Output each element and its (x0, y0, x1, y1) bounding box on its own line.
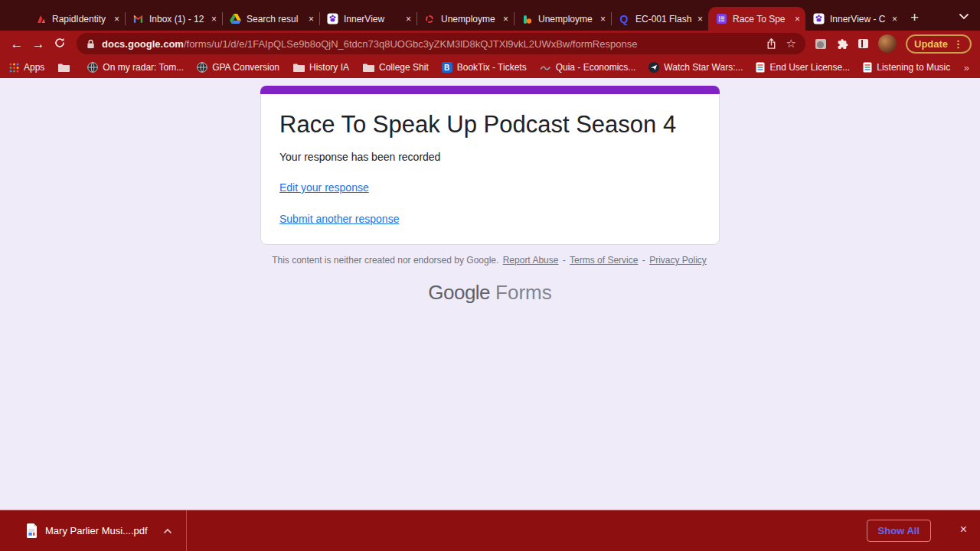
tab-label: RapidIdentity (52, 14, 111, 24)
close-icon[interactable]: × (600, 15, 606, 24)
tab-label: Search resul (247, 14, 305, 24)
privacy-policy-link[interactable]: Privacy Policy (649, 255, 707, 266)
bookmark-label: End User License... (769, 62, 850, 73)
back-button[interactable]: ← (6, 37, 28, 51)
folder-icon (57, 63, 70, 73)
quizlet-icon: Q (618, 13, 630, 25)
extension-photo-icon[interactable] (815, 39, 826, 49)
tab-ec001-flashcards[interactable]: Q EC-001 Flash × (611, 7, 708, 31)
paper-plane-circle-icon (648, 62, 659, 73)
gmail-icon (132, 13, 144, 25)
close-icon[interactable]: × (503, 15, 508, 24)
profile-avatar[interactable] (878, 34, 897, 53)
close-icon[interactable]: × (309, 15, 314, 24)
document-icon (863, 62, 872, 73)
url-path: /forms/u/1/d/e/1FAIpQLSe9b8oQjN_6tdcn73q… (184, 38, 637, 50)
bookmarks-overflow-icon[interactable]: » (964, 62, 969, 73)
form-response-page: Race To Speak Up Podcast Season 4 Your r… (0, 78, 980, 510)
close-icon[interactable]: × (211, 15, 217, 24)
google-forms-icon (715, 13, 727, 25)
footer-disclaimer: This content is neither created nor endo… (272, 255, 498, 266)
bookmark-label: College Shit (379, 62, 429, 73)
shelf-close-icon[interactable]: × (960, 523, 967, 536)
downloaded-file-name: Mary Parlier Musi....pdf (45, 525, 148, 536)
forward-button[interactable]: → (28, 37, 49, 51)
bookmark-history-ia[interactable]: History IA (292, 62, 349, 73)
close-icon[interactable]: × (697, 15, 703, 24)
bookmark-on-my-radar[interactable]: On my radar: Tom... (87, 62, 184, 73)
apps-grid-icon (9, 63, 19, 73)
tab-label: Unemployme (441, 14, 500, 24)
bookmark-label: Listening to Music (877, 62, 950, 73)
fred-dashed-circle-icon (423, 13, 436, 25)
logo-google-text: Google (428, 281, 490, 304)
downloaded-file-chip[interactable]: Mary Parlier Musi....pdf (26, 523, 172, 538)
bookmark-label: Apps (24, 62, 44, 73)
folder-icon (292, 63, 305, 73)
pdf-file-icon (26, 523, 38, 538)
extensions-puzzle-icon[interactable] (836, 38, 848, 50)
bookmark-quia[interactable]: Quia - Economics... (540, 62, 636, 73)
download-shelf: Mary Parlier Musi....pdf Show All × (0, 510, 980, 551)
shelf-divider (186, 510, 187, 551)
submit-another-response-link[interactable]: Submit another response (279, 213, 399, 225)
tab-innerview-2[interactable]: InnerView - C × (805, 7, 903, 31)
update-label: Update (914, 38, 948, 50)
tab-label: Inbox (1) - 12 (149, 14, 208, 24)
tab-label: EC-001 Flash (635, 14, 694, 24)
bookmark-label: BookTix - Tickets (457, 62, 527, 73)
bookmark-label: Watch Star Wars:... (664, 62, 743, 73)
globe-icon (87, 62, 98, 73)
folder-icon (362, 63, 374, 73)
update-button[interactable]: Update ⋮ (906, 34, 972, 54)
new-tab-button[interactable]: + (910, 10, 919, 24)
tab-label: Unemployme (538, 14, 597, 24)
tab-innerview[interactable]: InnerView × (319, 7, 416, 31)
tab-rapididentity[interactable]: RapidIdentity × (28, 7, 125, 31)
bookmark-booktix[interactable]: B BookTix - Tickets (442, 62, 527, 73)
close-icon[interactable]: × (795, 15, 800, 24)
report-abuse-link[interactable]: Report Abuse (503, 255, 559, 266)
bookmark-star-icon[interactable]: ☆ (786, 37, 796, 51)
tab-search-chevron-icon[interactable] (959, 9, 969, 23)
bookmark-watch-star-wars[interactable]: Watch Star Wars:... (648, 62, 743, 73)
close-icon[interactable]: × (114, 15, 119, 24)
close-icon[interactable]: × (406, 15, 411, 24)
share-icon[interactable] (766, 37, 777, 50)
address-bar[interactable]: docs.google.com/forms/u/1/d/e/1FAIpQLSe9… (77, 33, 805, 54)
reload-button[interactable] (49, 37, 70, 51)
url-text: docs.google.com/forms/u/1/d/e/1FAIpQLSe9… (102, 38, 756, 50)
booktix-icon: B (442, 62, 452, 73)
lock-icon (86, 38, 96, 50)
tab-search-results[interactable]: Search resul × (222, 7, 319, 31)
bookmark-end-user-license[interactable]: End User License... (756, 62, 850, 73)
close-icon[interactable]: × (892, 15, 897, 24)
tab-unemployment-fred[interactable]: Unemployme × (416, 7, 514, 31)
tab-inbox[interactable]: Inbox (1) - 12 × (125, 7, 222, 31)
menu-dots-icon: ⋮ (953, 38, 963, 50)
bookmark-apps[interactable]: Apps (9, 62, 44, 73)
innerview-icon (812, 13, 825, 25)
show-all-button[interactable]: Show All (867, 520, 931, 542)
chevron-up-icon[interactable] (163, 528, 172, 534)
bookmark-folder[interactable] (57, 63, 74, 73)
document-icon (756, 62, 765, 73)
bookmark-listening-to-music[interactable]: Listening to Music (863, 62, 950, 73)
tab-strip: RapidIdentity × Inbox (1) - 12 × Search … (0, 0, 980, 31)
tab-race-to-speak-up-active[interactable]: Race To Spe × (708, 7, 805, 31)
tab-label: Race To Spe (733, 14, 792, 24)
browser-toolbar: ← → docs.google.com/forms/u/1/d/e/1FAIpQ… (0, 31, 980, 57)
terms-of-service-link[interactable]: Terms of Service (570, 255, 638, 266)
bookmark-college[interactable]: College Shit (362, 62, 429, 73)
tab-unemployment-chart[interactable]: Unemployme × (514, 7, 611, 31)
rapididentity-icon (34, 13, 47, 25)
tab-label: InnerView (344, 14, 403, 24)
form-theme-bar (260, 86, 720, 94)
edit-response-link[interactable]: Edit your response (279, 181, 369, 194)
bookmark-label: History IA (309, 62, 349, 73)
google-drive-icon (229, 13, 241, 25)
footer-separator: - (563, 255, 566, 266)
side-panel-icon[interactable] (858, 39, 868, 48)
globe-icon (197, 62, 207, 73)
bookmark-gpa-conversion[interactable]: GPA Conversion (197, 62, 279, 73)
